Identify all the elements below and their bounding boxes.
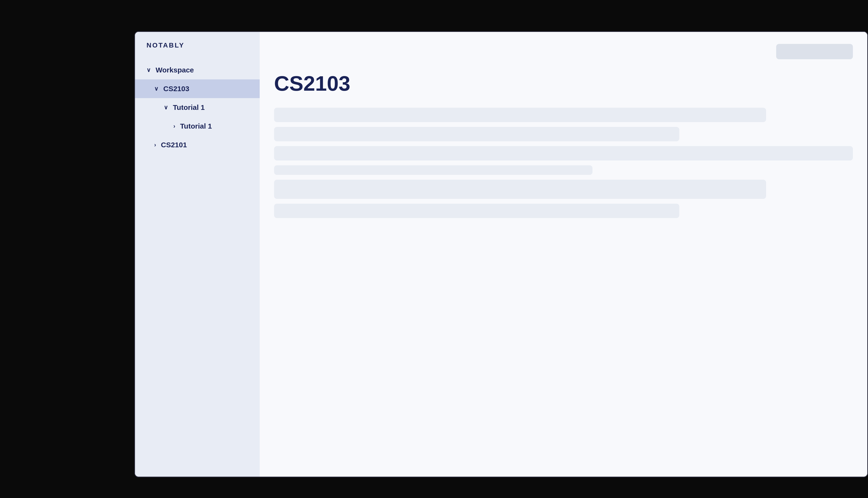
sidebar-item-cs2103[interactable]: ∨ CS2103 — [135, 79, 260, 98]
chevron-right-icon: › — [154, 142, 156, 148]
content-block-1 — [274, 108, 766, 122]
content-block-4 — [274, 165, 592, 175]
chevron-down-icon: ∨ — [164, 104, 168, 111]
content-block-5 — [274, 180, 766, 199]
chevron-down-icon: ∨ — [154, 86, 159, 92]
page-title: CS2103 — [274, 71, 853, 96]
sidebar-item-tutorial1-group[interactable]: ∨ Tutorial 1 — [135, 98, 260, 117]
content-block-6 — [274, 204, 679, 218]
screen-container: NOTABLY ∨ Workspace ∨ CS2103 ∨ Tutorial … — [134, 31, 868, 477]
chevron-down-icon: ∨ — [147, 67, 151, 74]
sidebar-item-label: CS2101 — [161, 141, 187, 149]
sidebar-item-label: CS2103 — [163, 85, 189, 93]
main-content: CS2103 — [260, 32, 867, 477]
sidebar-item-workspace[interactable]: ∨ Workspace — [135, 61, 260, 79]
main-header — [274, 44, 853, 59]
sidebar-nav: ∨ Workspace ∨ CS2103 ∨ Tutorial 1 › Tuto… — [135, 61, 260, 477]
sidebar-item-label: Tutorial 1 — [173, 103, 205, 112]
search-bar[interactable] — [776, 44, 853, 59]
sidebar-item-tutorial1-item[interactable]: › Tutorial 1 — [135, 117, 260, 135]
sidebar: NOTABLY ∨ Workspace ∨ CS2103 ∨ Tutorial … — [135, 32, 260, 477]
sidebar-logo: NOTABLY — [135, 41, 260, 61]
content-block-2 — [274, 127, 679, 141]
app-logo: NOTABLY — [147, 41, 185, 49]
chevron-right-icon: › — [173, 123, 175, 130]
sidebar-item-label: Tutorial 1 — [180, 122, 212, 130]
sidebar-item-cs2101[interactable]: › CS2101 — [135, 135, 260, 154]
sidebar-item-label: Workspace — [156, 66, 194, 74]
content-block-3 — [274, 146, 853, 160]
